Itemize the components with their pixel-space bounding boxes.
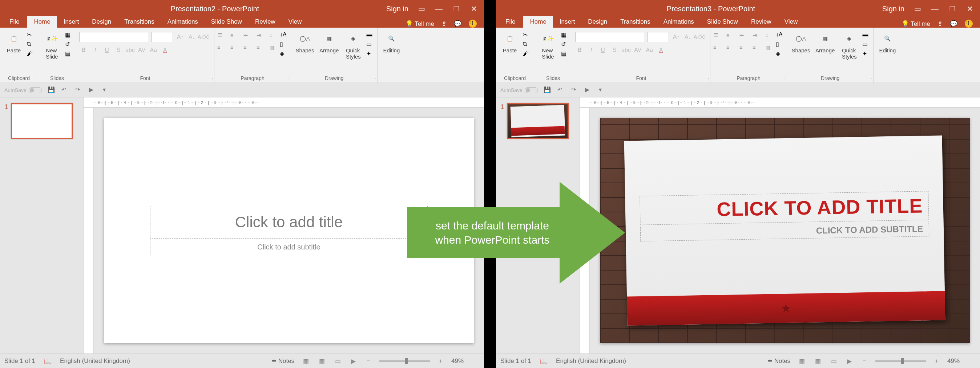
slideshow-view-icon[interactable]: ▶ [847, 357, 854, 365]
fit-to-window-icon[interactable]: ⛶ [473, 357, 480, 365]
subtitle-placeholder[interactable]: CLICK TO ADD SUBTITLE [640, 221, 929, 241]
format-painter-icon[interactable]: 🖌 [523, 50, 531, 58]
section-icon[interactable]: ▤ [65, 50, 73, 58]
shapes-button[interactable]: ◯△Shapes [790, 30, 812, 55]
shadow-button[interactable]: S [610, 46, 619, 54]
font-size-select[interactable] [151, 32, 173, 42]
redo-icon[interactable]: ↷ [75, 86, 83, 94]
normal-view-icon[interactable]: ▦ [303, 357, 310, 365]
undo-icon[interactable]: ↶ [61, 86, 69, 94]
shrink-font-icon[interactable]: A↓ [684, 33, 692, 41]
signin-link[interactable]: Sign in [386, 5, 409, 13]
zoom-in-icon[interactable]: + [935, 357, 939, 365]
feedback-icon[interactable] [469, 20, 477, 28]
font-family-select[interactable] [575, 32, 644, 42]
zoom-slider[interactable] [875, 360, 926, 362]
title-placeholder[interactable]: CLICK TO ADD TITLE [640, 191, 929, 225]
undo-icon[interactable]: ↶ [557, 86, 565, 94]
title-placeholder[interactable]: Click to add title [150, 206, 428, 239]
tab-home[interactable]: Home [27, 16, 57, 28]
bullets-icon[interactable]: ☰ [217, 32, 225, 40]
tab-design[interactable]: Design [581, 16, 614, 28]
align-center-icon[interactable]: ≡ [726, 45, 734, 53]
reading-view-icon[interactable]: ▭ [335, 357, 342, 365]
layout-icon[interactable]: ▦ [65, 31, 73, 39]
tab-insert[interactable]: Insert [553, 16, 582, 28]
comments-icon[interactable]: 💬 [454, 20, 461, 28]
subtitle-placeholder[interactable]: Click to add subtitle [150, 239, 428, 255]
tab-file[interactable]: File [499, 16, 522, 28]
quick-styles-button[interactable]: ◈Quick Styles [342, 30, 364, 61]
spell-check-icon[interactable]: 📖 [540, 357, 547, 365]
close-icon[interactable]: ✕ [966, 4, 974, 13]
save-icon[interactable]: 💾 [544, 86, 552, 94]
case-button[interactable]: Aa [149, 46, 158, 54]
align-right-icon[interactable]: ≡ [740, 45, 748, 53]
tab-view[interactable]: View [778, 16, 805, 28]
tab-review[interactable]: Review [745, 16, 778, 28]
bold-button[interactable]: B [575, 46, 584, 54]
arrange-button[interactable]: ▦Arrange [814, 30, 836, 55]
shape-fill-icon[interactable]: ▬ [366, 31, 374, 39]
reset-icon[interactable]: ↺ [561, 41, 569, 49]
zoom-out-icon[interactable]: − [863, 357, 867, 365]
slideshow-view-icon[interactable]: ▶ [351, 357, 358, 365]
maximize-icon[interactable]: ☐ [948, 4, 957, 13]
section-icon[interactable]: ▤ [561, 50, 569, 58]
clear-format-icon[interactable]: A⌫ [695, 33, 704, 41]
feedback-icon[interactable] [965, 20, 973, 28]
zoom-level[interactable]: 49% [947, 357, 960, 365]
autosave-toggle[interactable]: AutoSave [4, 87, 42, 93]
tab-file[interactable]: File [3, 16, 26, 28]
tellme[interactable]: 💡 Tell me [902, 20, 930, 28]
numbering-icon[interactable]: ≡ [726, 32, 734, 40]
reading-view-icon[interactable]: ▭ [831, 357, 838, 365]
language-status[interactable]: English (United Kingdom) [556, 357, 626, 365]
qat-more-icon[interactable]: ▾ [103, 86, 111, 94]
notes-button[interactable]: ≐ Notes [767, 357, 790, 365]
slide-thumbnail-1[interactable] [507, 103, 569, 139]
quick-styles-button[interactable]: ◈Quick Styles [838, 30, 860, 61]
paste-button[interactable]: 📋 Paste [3, 30, 25, 55]
minimize-icon[interactable]: — [434, 4, 443, 13]
shape-outline-icon[interactable]: ▭ [862, 41, 870, 49]
share-icon[interactable]: ⇪ [937, 20, 943, 28]
paste-button[interactable]: 📋Paste [499, 30, 521, 55]
sorter-view-icon[interactable]: ▦ [319, 357, 326, 365]
autosave-toggle[interactable]: AutoSave [500, 87, 538, 93]
cut-icon[interactable]: ✂ [523, 31, 531, 39]
align-right-icon[interactable]: ≡ [243, 45, 251, 53]
italic-button[interactable]: I [91, 46, 100, 54]
tab-design[interactable]: Design [85, 16, 118, 28]
tellme[interactable]: 💡 Tell me [406, 20, 434, 28]
case-button[interactable]: Aa [645, 46, 654, 54]
share-icon[interactable]: ⇪ [441, 20, 447, 28]
font-size-select[interactable] [647, 32, 669, 42]
zoom-in-icon[interactable]: + [439, 357, 442, 365]
columns-icon[interactable]: ▥ [270, 45, 278, 53]
strike-button[interactable]: abc [622, 46, 630, 54]
spacing-button[interactable]: AV [137, 46, 146, 54]
editing-button[interactable]: 🔍Editing [877, 30, 898, 55]
shape-outline-icon[interactable]: ▭ [366, 41, 374, 49]
maximize-icon[interactable]: ☐ [452, 4, 461, 13]
smartart-icon[interactable]: ◈ [280, 50, 288, 58]
strike-button[interactable]: abc [126, 46, 134, 54]
fit-to-window-icon[interactable]: ⛶ [968, 357, 976, 365]
indent-inc-icon[interactable]: ⇥ [752, 32, 760, 40]
italic-button[interactable]: I [587, 46, 595, 54]
language-status[interactable]: English (United Kingdom) [60, 357, 130, 365]
shape-effects-icon[interactable]: ✦ [366, 50, 374, 58]
text-direction-icon[interactable]: ↓A [776, 31, 784, 39]
cut-icon[interactable]: ✂ [27, 31, 35, 39]
tab-animations[interactable]: Animations [657, 16, 701, 28]
bold-button[interactable]: B [79, 46, 88, 54]
font-color-button[interactable]: A [657, 46, 665, 54]
editing-button[interactable]: 🔍Editing [380, 30, 402, 55]
smartart-icon[interactable]: ◈ [776, 50, 784, 58]
ribbon-display-icon[interactable]: ▭ [417, 4, 426, 13]
start-slideshow-icon[interactable]: ▶ [585, 86, 593, 94]
reset-icon[interactable]: ↺ [65, 41, 73, 49]
grow-font-icon[interactable]: A↑ [176, 33, 185, 41]
copy-icon[interactable]: ⧉ [27, 41, 35, 49]
